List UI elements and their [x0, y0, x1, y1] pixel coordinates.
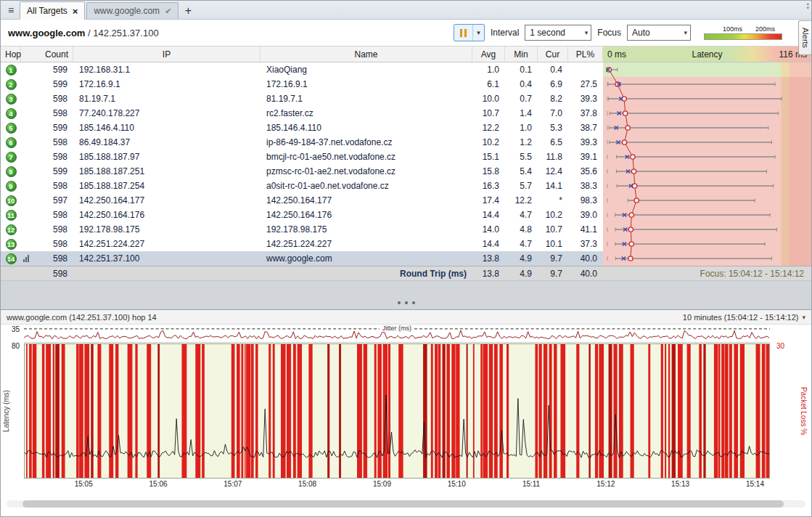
ip-cell: 172.16.9.1: [73, 77, 261, 91]
hop-badge: 3: [1, 91, 21, 106]
ip-cell: 77.240.178.227: [73, 106, 261, 121]
table-row-hop-14[interactable]: 14598142.251.37.100www.google.com13.84.9…: [1, 251, 811, 266]
table-row-hop-4[interactable]: 459877.240.178.227rc2.faster.cz10.71.47.…: [1, 106, 811, 121]
focus-range-text: Focus: 15:04:12 - 15:14:12: [603, 266, 811, 280]
count-cell: 598: [21, 150, 73, 164]
y-axis-left-title: Latency (ms): [2, 390, 10, 432]
col-min[interactable]: Min: [505, 46, 538, 62]
cur-cell: 5.3: [538, 121, 568, 135]
scroll-down-icon[interactable]: ▾: [806, 6, 809, 10]
close-icon[interactable]: ×: [73, 7, 78, 16]
avg-cell: 10.2: [472, 135, 505, 150]
timeline-graph[interactable]: [24, 343, 770, 479]
ip-cell: 192.168.31.1: [73, 62, 261, 77]
min-cell: 0.4: [505, 77, 538, 91]
col-name[interactable]: Name: [261, 46, 472, 62]
pause-button[interactable]: [454, 25, 473, 41]
interval-select[interactable]: 1 second ▾: [525, 25, 591, 41]
target-host: www.google.com: [8, 28, 85, 38]
time-tick-label: 15:10: [448, 480, 466, 488]
latency-graph-cell: [603, 222, 811, 237]
round-trip-summary-row[interactable]: 598 Round Trip (ms) 13.8 4.9 9.7 40.0 Fo…: [1, 266, 811, 280]
table-row-hop-7[interactable]: 7598185.188.187.97bmcjl-rc-01-ae50.net.v…: [1, 150, 811, 164]
jitter-max-label: 35: [12, 325, 20, 333]
min-cell: 12.2: [505, 193, 538, 208]
latency-scale-legend: 100ms 200ms: [704, 25, 782, 40]
min-cell: 5.4: [505, 164, 538, 179]
hop-badge: 10: [1, 193, 21, 208]
table-row-hop-1[interactable]: 1599192.168.31.1XiaoQiang1.00.10.4: [1, 62, 811, 77]
timeline-scroll-track[interactable]: [7, 500, 805, 508]
time-tick-label: 15:13: [671, 480, 689, 488]
add-target-button[interactable]: +: [180, 3, 196, 19]
ip-cell: 192.178.98.175: [73, 222, 261, 237]
avg-cell: 14.4: [472, 237, 505, 251]
table-row-hop-2[interactable]: 2599172.16.9.1172.16.9.16.10.46.927.5: [1, 77, 811, 91]
tab-scroll-arrows[interactable]: ▴ ▾: [806, 1, 809, 10]
table-row-hop-10[interactable]: 10597142.250.164.177142.250.164.17717.41…: [1, 193, 811, 208]
col-hop[interactable]: Hop: [1, 46, 21, 62]
name-cell: a0sit-rc-01-ae0.net.vodafone.cz: [261, 179, 472, 193]
ip-cell: 142.251.37.100: [73, 251, 261, 266]
table-row-hop-9[interactable]: 9598185.188.187.254a0sit-rc-01-ae0.net.v…: [1, 179, 811, 193]
ip-cell: 185.146.4.110: [73, 121, 261, 135]
col-avg[interactable]: Avg: [472, 46, 505, 62]
jitter-title: Jitter (ms): [380, 325, 414, 332]
time-tick-label: 15:05: [75, 480, 93, 488]
min-cell: 5.5: [505, 150, 538, 164]
ip-cell: 86.49.184.37: [73, 135, 261, 150]
timeline-title: www.google.com (142.251.37.100) hop 14: [7, 313, 157, 322]
ip-cell: 185.188.187.97: [73, 150, 261, 164]
name-cell: rc2.faster.cz: [261, 106, 472, 121]
pl-cell: 37.3: [568, 237, 603, 251]
tab-all-targets[interactable]: All Targets ×: [20, 1, 85, 20]
table-row-hop-13[interactable]: 13598142.251.224.227142.251.224.22714.44…: [1, 237, 811, 251]
table-header: Hop Count IP Name Avg Min Cur PL% 0 ms L…: [1, 46, 811, 62]
table-row-hop-12[interactable]: 12598192.178.98.175192.178.98.17514.04.8…: [1, 222, 811, 237]
time-tick-label: 15:07: [223, 480, 242, 488]
table-row-hop-6[interactable]: 659886.49.184.37ip-86-49-184-37.net.voda…: [1, 135, 811, 150]
time-range-select[interactable]: 10 minutes (15:04:12 - 15:14:12) ▾: [683, 313, 805, 322]
check-icon: ✔: [165, 7, 171, 15]
col-pl[interactable]: PL%: [568, 46, 603, 62]
pl-cell: 37.8: [568, 106, 603, 121]
packet-loss-max-label: 30: [776, 342, 784, 350]
cur-cell: 6.5: [538, 135, 568, 150]
hop-badge: 4: [1, 106, 21, 121]
tab-label: All Targets: [27, 6, 67, 16]
name-cell: pzmsc-rc-01-ae2.net.vodafone.cz: [261, 164, 472, 179]
splitter-handle[interactable]: [389, 299, 424, 306]
pause-dropdown[interactable]: ▾: [473, 25, 484, 41]
jitter-graph: Jitter (ms): [24, 327, 770, 343]
min-cell: 4.8: [505, 222, 538, 237]
y-axis-right-title: Packet Loss %: [800, 387, 808, 435]
cur-cell: 14.1: [538, 179, 568, 193]
latency-graph-cell: [603, 121, 811, 135]
latency-graph-cell: [603, 77, 811, 91]
table-row-hop-8[interactable]: 8599185.188.187.251pzmsc-rc-01-ae2.net.v…: [1, 164, 811, 179]
focus-select[interactable]: Auto ▾: [627, 25, 691, 41]
min-cell: 1.4: [505, 106, 538, 121]
avg-cell: 14.0: [472, 222, 505, 237]
tab-alerts[interactable]: Alerts: [798, 20, 811, 55]
menu-icon[interactable]: ≡: [2, 1, 20, 19]
cur-cell: 0.4: [538, 62, 568, 77]
col-count[interactable]: Count: [21, 46, 73, 62]
count-cell: 598: [21, 106, 73, 121]
col-ip[interactable]: IP: [73, 46, 261, 62]
pause-button-group: ▾: [454, 24, 485, 41]
table-row-hop-3[interactable]: 359881.19.7.181.19.7.110.00.78.239.3: [1, 91, 811, 106]
hop-badge: 9: [1, 179, 21, 193]
col-latency[interactable]: 0 ms Latency 116 ms: [603, 46, 811, 62]
avg-cell: 14.4: [472, 208, 505, 222]
tab-www-google-com[interactable]: www.google.com ✔: [86, 2, 179, 19]
timeline-panel: www.google.com (142.251.37.100) hop 14 1…: [1, 309, 811, 508]
name-cell: XiaoQiang: [261, 62, 472, 77]
timeline-scrollbar[interactable]: [22, 500, 784, 508]
summary-min: 4.9: [505, 266, 538, 280]
table-row-hop-5[interactable]: 5599185.146.4.110185.146.4.11012.21.05.3…: [1, 121, 811, 135]
hop-badge: 12: [1, 222, 21, 237]
col-cur[interactable]: Cur: [538, 46, 568, 62]
table-row-hop-11[interactable]: 11598142.250.164.176142.250.164.17614.44…: [1, 208, 811, 222]
name-cell: bmcjl-rc-01-ae50.net.vodafone.cz: [261, 150, 472, 164]
